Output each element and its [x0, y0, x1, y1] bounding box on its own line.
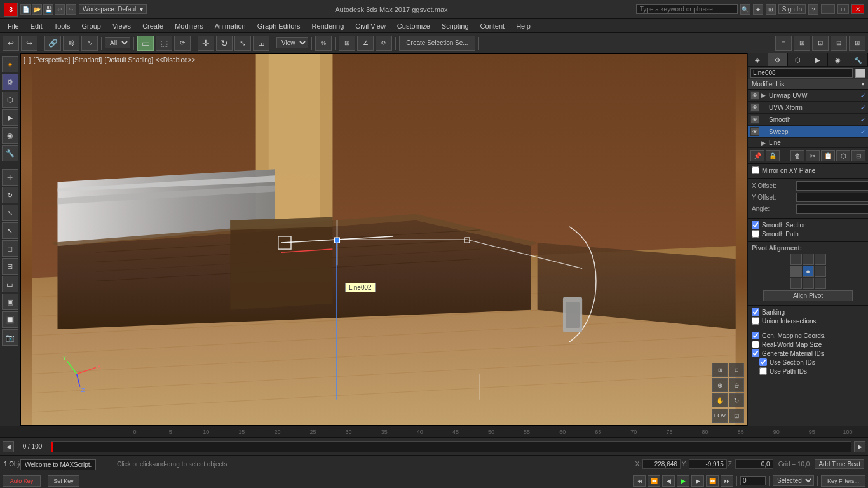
- bookmark-icon[interactable]: ★: [753, 4, 763, 15]
- move-btn[interactable]: ✛: [198, 36, 214, 51]
- lt-mirror[interactable]: ⧢: [2, 276, 18, 292]
- link-btn[interactable]: 🔗: [44, 36, 61, 51]
- pivot-br[interactable]: [815, 278, 826, 289]
- real-world-checkbox[interactable]: [752, 341, 759, 348]
- mod-eye-smooth[interactable]: 👁: [750, 115, 759, 124]
- menu-animation[interactable]: Animation: [210, 21, 251, 31]
- snap-toggle-btn[interactable]: ⊞: [339, 36, 355, 51]
- gen-mapping-checkbox[interactable]: [752, 332, 759, 339]
- menu-edit[interactable]: Edit: [25, 21, 48, 31]
- pivot-mr[interactable]: [815, 266, 826, 277]
- vp-zoom-all[interactable]: ⊖: [729, 378, 744, 392]
- gen-material-checkbox[interactable]: [752, 349, 759, 357]
- smooth-section-checkbox[interactable]: [752, 221, 759, 229]
- vp-zoom[interactable]: ⊕: [712, 378, 728, 392]
- undo-btn[interactable]: ↩: [3, 36, 19, 51]
- union-intersections-checkbox[interactable]: [752, 317, 759, 325]
- modifier-list-dropdown[interactable]: Modifier List ▾: [748, 79, 868, 90]
- workspace-dropdown[interactable]: Workspace: Default ▾: [79, 4, 147, 14]
- lt-display[interactable]: ◉: [2, 127, 18, 144]
- lt-snap[interactable]: 🔲: [2, 311, 18, 328]
- named-select-btn[interactable]: Create Selection Se...: [399, 36, 475, 51]
- timeline-bar[interactable]: [51, 441, 851, 452]
- lt-motion[interactable]: ▶: [2, 109, 18, 126]
- tb-save[interactable]: 💾: [43, 4, 53, 15]
- tb-open[interactable]: 📂: [32, 4, 42, 15]
- frame-number-input[interactable]: [740, 476, 766, 485]
- modifier-smooth[interactable]: 👁 Smooth ✓: [748, 114, 868, 126]
- minimize-btn[interactable]: —: [821, 4, 835, 14]
- y-offset-input[interactable]: [796, 193, 868, 202]
- vp-maximize[interactable]: ⊡: [729, 409, 744, 423]
- vp-field-of-view[interactable]: FOV: [712, 409, 728, 423]
- menu-file[interactable]: File: [3, 21, 24, 31]
- lt-camera[interactable]: 📷: [2, 329, 18, 346]
- mod-eye-sweep[interactable]: 👁: [750, 127, 759, 136]
- layer4-btn[interactable]: ⊞: [849, 36, 865, 51]
- viewport-disabled[interactable]: <<Disabled>>: [156, 57, 195, 64]
- lt-move[interactable]: ✛: [2, 169, 18, 186]
- use-path-checkbox[interactable]: [759, 367, 767, 375]
- viewport-shading-mode[interactable]: [Default Shading]: [104, 57, 153, 64]
- lt-utilities[interactable]: 🔧: [2, 145, 18, 161]
- ms-paste-btn[interactable]: 📋: [821, 150, 835, 161]
- cmd-tab-motion[interactable]: ▶: [808, 53, 829, 66]
- menu-group[interactable]: Group: [76, 21, 106, 31]
- align-pivot-btn[interactable]: Align Pivot: [763, 290, 853, 301]
- menu-help[interactable]: Help: [511, 21, 536, 31]
- layer-mgr-btn[interactable]: ⊞: [794, 36, 810, 51]
- close-btn[interactable]: ✕: [851, 4, 864, 14]
- auto-key-btn[interactable]: Auto Key: [3, 475, 41, 487]
- select-rect-btn[interactable]: ▭: [137, 36, 154, 51]
- lt-array[interactable]: ▣: [2, 294, 18, 310]
- mod-expand-line[interactable]: ▶: [761, 140, 769, 146]
- vp-pan[interactable]: ✋: [712, 393, 728, 407]
- tb-new[interactable]: 📄: [20, 4, 31, 15]
- search-input[interactable]: [636, 4, 738, 14]
- pivot-bc[interactable]: [803, 278, 814, 289]
- x-offset-input[interactable]: [796, 181, 868, 191]
- modifier-unwrap-uvw[interactable]: 👁 ▶ Unwrap UVW ✓: [748, 90, 868, 102]
- ms-pin-btn[interactable]: 📌: [750, 150, 764, 161]
- viewport-type[interactable]: [Perspective]: [33, 57, 70, 64]
- add-time-beat-btn[interactable]: Add Time Beat: [815, 459, 864, 469]
- transport-prev-frame[interactable]: ⏪: [648, 475, 660, 487]
- mod-expand-unwrap[interactable]: ▶: [761, 92, 769, 98]
- maximize-btn[interactable]: □: [837, 4, 849, 14]
- transport-next-frame[interactable]: ⏩: [706, 475, 719, 487]
- key-filters-btn[interactable]: Key Filters...: [821, 475, 865, 487]
- layer3-btn[interactable]: ⊟: [831, 36, 847, 51]
- lt-select[interactable]: ↖: [2, 222, 18, 239]
- viewport-shading-type[interactable]: [Standard]: [72, 57, 102, 64]
- ms-delete-btn[interactable]: 🗑: [790, 150, 804, 161]
- bind-btn[interactable]: ∿: [81, 36, 98, 51]
- search-icon[interactable]: 🔍: [740, 4, 750, 15]
- pivot-ml[interactable]: [790, 266, 802, 277]
- banking-checkbox[interactable]: [752, 308, 759, 316]
- use-section-checkbox[interactable]: [759, 358, 767, 366]
- lt-rotate[interactable]: ↻: [2, 187, 18, 203]
- object-color-swatch[interactable]: [855, 69, 865, 78]
- sign-in-btn[interactable]: Sign In: [778, 4, 806, 14]
- menu-tools[interactable]: Tools: [49, 21, 76, 31]
- timeline-prev-btn[interactable]: ◀: [3, 441, 14, 452]
- menu-modifiers[interactable]: Modifiers: [170, 21, 208, 31]
- vp-zoom-extent-all[interactable]: ⊟: [729, 363, 744, 377]
- viewport[interactable]: X Y Z [+] [Perspective] [Standard] [Defa…: [20, 53, 747, 426]
- cmd-tab-utilities[interactable]: 🔧: [848, 53, 869, 66]
- lt-scale[interactable]: ⤡: [2, 205, 18, 221]
- ms-make-unique-btn[interactable]: ⬡: [836, 150, 850, 161]
- select-filter-dropdown[interactable]: All: [105, 37, 130, 48]
- lt-modify[interactable]: ⚙: [2, 74, 18, 90]
- pivot-tr[interactable]: [815, 254, 826, 265]
- mod-eye-uvwxform[interactable]: 👁: [750, 103, 759, 112]
- transport-play[interactable]: ▶: [677, 475, 689, 487]
- menu-graph-editors[interactable]: Graph Editors: [252, 21, 306, 31]
- network-icon[interactable]: ⊞: [766, 4, 776, 15]
- layer2-btn[interactable]: ⊡: [812, 36, 829, 51]
- transport-prev[interactable]: ◀: [662, 475, 675, 487]
- menu-content[interactable]: Content: [475, 21, 510, 31]
- ms-lock-btn[interactable]: 🔒: [766, 150, 780, 161]
- percent-btn[interactable]: %: [315, 36, 332, 51]
- key-mode-dropdown[interactable]: Selected: [773, 475, 814, 486]
